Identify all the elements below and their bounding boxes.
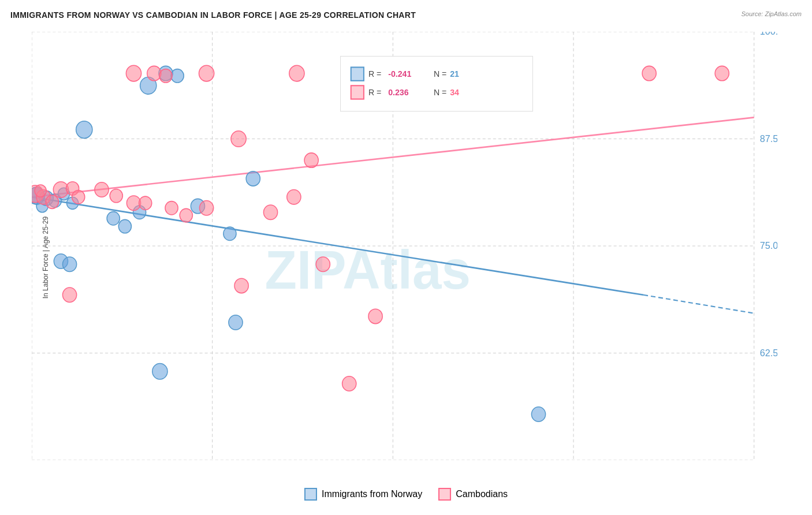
svg-point-71: [231, 131, 246, 147]
svg-text:N =: N =: [434, 69, 446, 79]
svg-point-79: [289, 65, 304, 81]
source-label: Source: ZipAtlas.com: [741, 10, 802, 17]
svg-text:75.0%: 75.0%: [760, 240, 777, 251]
svg-point-47: [224, 227, 236, 240]
svg-point-74: [304, 153, 318, 167]
svg-point-59: [72, 191, 85, 204]
legend-label-norway: Immigrants from Norway: [322, 489, 422, 499]
chart-legend: Immigrants from Norway Cambodians: [304, 488, 508, 501]
legend-item-norway: Immigrants from Norway: [304, 488, 422, 501]
watermark: ZIPAtlas: [265, 239, 470, 301]
svg-point-40: [107, 212, 120, 225]
svg-text:87.5%: 87.5%: [760, 133, 777, 144]
legend-label-cambodian: Cambodians: [456, 489, 508, 499]
chart-svg: 100.0% 87.5% 75.0% 62.5% 0.0% 8.0% ZIPAt…: [32, 32, 777, 460]
svg-point-73: [287, 189, 301, 204]
svg-point-75: [234, 278, 248, 293]
svg-text:100.0%: 100.0%: [760, 32, 777, 37]
svg-point-56: [35, 185, 46, 197]
svg-point-78: [368, 309, 382, 323]
svg-point-69: [180, 208, 192, 222]
svg-point-61: [110, 189, 122, 202]
svg-rect-22: [351, 85, 364, 99]
svg-point-82: [62, 288, 76, 302]
svg-rect-16: [341, 56, 533, 111]
svg-text:0.236: 0.236: [388, 88, 408, 97]
svg-point-68: [165, 201, 178, 215]
svg-point-70: [199, 201, 213, 215]
svg-text:-0.241: -0.241: [388, 69, 411, 79]
svg-point-38: [62, 257, 76, 271]
svg-point-55: [46, 195, 58, 208]
svg-rect-17: [351, 67, 364, 80]
svg-point-52: [531, 407, 545, 421]
svg-text:34: 34: [450, 88, 459, 97]
svg-line-29: [32, 117, 754, 197]
svg-point-39: [76, 121, 92, 139]
svg-point-50: [229, 315, 243, 330]
svg-text:21: 21: [450, 69, 459, 79]
svg-point-64: [126, 65, 141, 81]
svg-point-60: [95, 182, 109, 197]
svg-point-67: [199, 65, 214, 81]
svg-point-77: [342, 376, 356, 391]
svg-point-66: [159, 69, 172, 83]
svg-point-48: [246, 171, 260, 186]
legend-box-cambodian: [438, 488, 451, 501]
svg-point-81: [715, 66, 729, 80]
svg-point-63: [139, 196, 152, 210]
svg-point-72: [263, 205, 277, 219]
chart-container: IMMIGRANTS FROM NORWAY VS CAMBODIAN IN L…: [0, 0, 812, 515]
svg-point-41: [118, 219, 131, 233]
svg-text:62.5%: 62.5%: [760, 347, 777, 358]
svg-point-76: [316, 257, 330, 271]
svg-point-49: [152, 364, 167, 380]
legend-item-cambodian: Cambodians: [438, 488, 508, 501]
legend-box-norway: [304, 488, 317, 501]
svg-point-45: [171, 69, 184, 83]
svg-text:R =: R =: [368, 88, 381, 97]
chart-title: IMMIGRANTS FROM NORWAY VS CAMBODIAN IN L…: [10, 10, 416, 20]
svg-point-65: [147, 66, 161, 80]
svg-text:R =: R =: [368, 69, 381, 79]
svg-text:N =: N =: [434, 88, 446, 97]
svg-line-28: [643, 295, 754, 314]
svg-point-80: [642, 66, 656, 80]
